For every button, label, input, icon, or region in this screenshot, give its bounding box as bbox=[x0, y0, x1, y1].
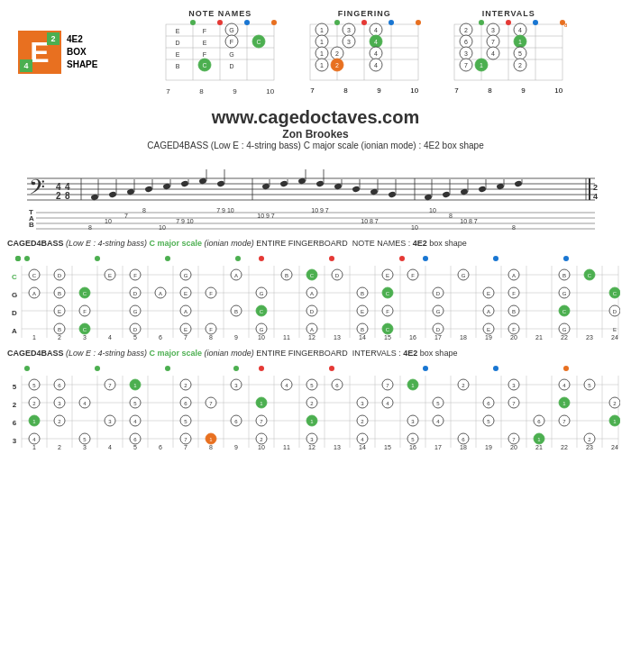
svg-text:10: 10 bbox=[159, 224, 166, 231]
svg-text:6: 6 bbox=[464, 39, 468, 45]
svg-text:𝄢: 𝄢 bbox=[29, 176, 45, 204]
svg-text:D: D bbox=[436, 291, 441, 296]
svg-text:D: D bbox=[133, 327, 138, 332]
svg-text:E: E bbox=[58, 309, 61, 314]
svg-point-95 bbox=[479, 20, 484, 25]
svg-text:2: 2 bbox=[518, 62, 522, 68]
svg-point-129 bbox=[279, 180, 288, 187]
svg-text:F: F bbox=[209, 327, 213, 332]
svg-text:E: E bbox=[176, 28, 180, 34]
svg-text:10 8 7: 10 8 7 bbox=[361, 218, 379, 224]
svg-point-188 bbox=[259, 256, 264, 261]
svg-text:B: B bbox=[285, 273, 288, 278]
website-section: www.cagedoctaves.com Zon Brookes CAGED4B… bbox=[0, 100, 631, 154]
svg-text:1: 1 bbox=[480, 62, 483, 68]
svg-text:D: D bbox=[133, 291, 138, 296]
svg-text:C: C bbox=[32, 273, 37, 278]
e-logo: E 2 4 bbox=[18, 31, 61, 74]
svg-text:11: 11 bbox=[283, 334, 290, 340]
svg-text:F: F bbox=[133, 273, 137, 278]
svg-point-377 bbox=[563, 366, 569, 371]
svg-text:C: C bbox=[613, 291, 617, 296]
svg-text:8: 8 bbox=[88, 224, 92, 231]
svg-text:A: A bbox=[234, 273, 238, 278]
svg-point-60 bbox=[361, 20, 367, 25]
svg-text:D: D bbox=[230, 63, 234, 69]
svg-text:F: F bbox=[411, 273, 415, 278]
svg-text:12: 12 bbox=[308, 444, 316, 450]
svg-text:7: 7 bbox=[184, 334, 187, 340]
svg-text:D: D bbox=[436, 327, 441, 332]
svg-text:A: A bbox=[159, 291, 162, 296]
svg-text:4: 4 bbox=[374, 39, 378, 45]
diagrams-row: NOTE NAMES E F G D E bbox=[115, 9, 613, 95]
svg-text:4: 4 bbox=[108, 444, 112, 450]
logo-label: 4E2 BOX SHAPE bbox=[67, 33, 97, 71]
svg-text:3: 3 bbox=[491, 27, 495, 33]
svg-point-25 bbox=[217, 20, 223, 25]
svg-text:17: 17 bbox=[434, 334, 442, 340]
svg-text:B: B bbox=[29, 221, 34, 229]
svg-text:22: 22 bbox=[561, 334, 568, 340]
svg-text:8: 8 bbox=[209, 444, 213, 450]
notation-section: 𝄢 4 2 4 8 bbox=[0, 154, 631, 235]
intervals-fret-nums: 78910 bbox=[450, 86, 567, 95]
svg-text:2: 2 bbox=[58, 334, 61, 340]
svg-text:A: A bbox=[184, 309, 187, 314]
svg-text:10: 10 bbox=[429, 207, 436, 213]
svg-text:10: 10 bbox=[105, 218, 112, 224]
svg-point-62 bbox=[416, 20, 421, 25]
fingerboard-notes-section: CAGED4BASS (Low E : 4-string bass) C maj… bbox=[0, 235, 631, 345]
svg-point-27 bbox=[271, 20, 277, 25]
svg-text:5: 5 bbox=[133, 334, 137, 340]
svg-text:3: 3 bbox=[13, 437, 17, 445]
svg-text:22: 22 bbox=[561, 444, 568, 450]
svg-text:1: 1 bbox=[320, 62, 324, 68]
svg-text:E: E bbox=[108, 273, 112, 278]
fingerboard-notes-grid: C G D A E bbox=[7, 266, 620, 340]
fingering-diagram: FINGERING 1 3 4 1 3 bbox=[306, 9, 423, 95]
fingerboard-intervals-section: CAGED4BASS (Low E : 4-string bass) C maj… bbox=[0, 345, 631, 455]
svg-text:1: 1 bbox=[320, 39, 324, 45]
svg-text:D: D bbox=[335, 273, 340, 278]
svg-point-192 bbox=[493, 256, 498, 261]
svg-text:12: 12 bbox=[308, 334, 316, 340]
fingerboard-intervals-grid: 5 2 6 3 5 bbox=[7, 376, 620, 450]
website-url: www.cagedoctaves.com bbox=[0, 107, 631, 128]
svg-point-59 bbox=[334, 20, 340, 25]
svg-point-370 bbox=[95, 366, 100, 371]
svg-text:10: 10 bbox=[258, 334, 265, 340]
svg-text:11: 11 bbox=[283, 444, 290, 450]
svg-text:1: 1 bbox=[32, 334, 36, 340]
svg-text:7: 7 bbox=[491, 39, 495, 45]
svg-text:18: 18 bbox=[460, 444, 467, 450]
svg-text:8: 8 bbox=[142, 207, 146, 213]
svg-text:4: 4 bbox=[593, 192, 598, 201]
svg-text:C: C bbox=[203, 62, 207, 68]
svg-text:3: 3 bbox=[347, 27, 351, 33]
svg-text:21: 21 bbox=[535, 444, 543, 450]
svg-text:6: 6 bbox=[13, 419, 17, 427]
svg-text:3: 3 bbox=[83, 444, 87, 450]
svg-point-146 bbox=[442, 191, 450, 198]
svg-text:G: G bbox=[133, 309, 138, 314]
svg-text:15: 15 bbox=[384, 444, 391, 450]
svg-text:10 9 7: 10 9 7 bbox=[257, 213, 275, 219]
svg-text:6: 6 bbox=[159, 334, 162, 340]
svg-point-141 bbox=[388, 191, 396, 198]
svg-text:20: 20 bbox=[510, 334, 517, 340]
svg-text:24: 24 bbox=[611, 334, 618, 340]
svg-text:D: D bbox=[176, 40, 180, 46]
svg-text:G: G bbox=[229, 51, 233, 58]
svg-text:F: F bbox=[386, 309, 389, 314]
svg-point-369 bbox=[24, 366, 30, 371]
svg-text:A: A bbox=[32, 291, 36, 296]
svg-point-98 bbox=[560, 20, 565, 25]
svg-text:14: 14 bbox=[359, 334, 366, 340]
svg-text:D: D bbox=[613, 309, 617, 314]
svg-point-374 bbox=[329, 366, 334, 371]
scale-description: CAGED4BASS (Low E : 4-string bass) C maj… bbox=[0, 141, 631, 150]
svg-point-372 bbox=[233, 366, 239, 371]
svg-text:2: 2 bbox=[464, 27, 468, 33]
logo-box: E 2 4 4E2 BOX SHAPE bbox=[18, 31, 97, 74]
